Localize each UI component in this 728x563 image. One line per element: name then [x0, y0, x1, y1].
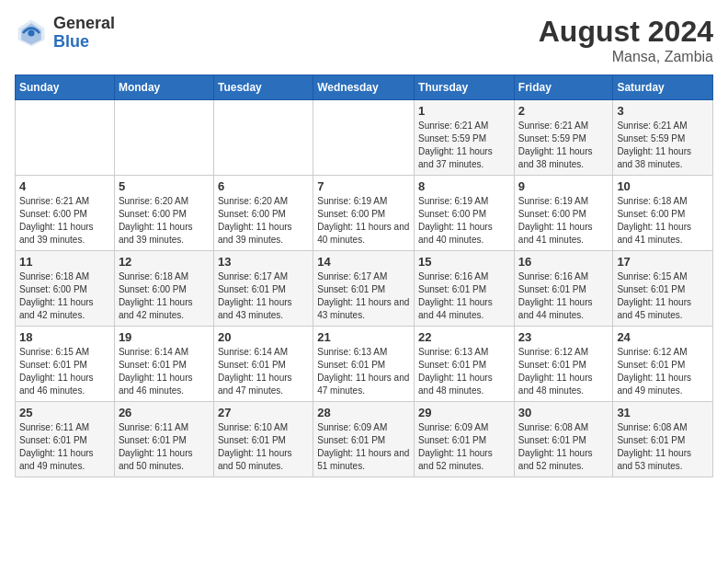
location-label: Mansa, Zambia	[539, 49, 713, 65]
day-number: 12	[119, 255, 210, 269]
calendar-body: 1Sunrise: 6:21 AM Sunset: 5:59 PM Daylig…	[16, 100, 713, 477]
day-info: Sunrise: 6:21 AM Sunset: 5:59 PM Dayligh…	[617, 120, 709, 171]
day-number: 18	[19, 330, 110, 344]
day-number: 3	[617, 104, 709, 118]
day-number: 16	[518, 255, 609, 269]
header-day-friday: Friday	[514, 75, 613, 100]
day-info: Sunrise: 6:14 AM Sunset: 6:01 PM Dayligh…	[218, 346, 309, 397]
header-day-monday: Monday	[114, 75, 213, 100]
calendar-cell: 24Sunrise: 6:12 AM Sunset: 6:01 PM Dayli…	[613, 327, 713, 402]
day-number: 23	[518, 330, 609, 344]
calendar-cell	[114, 100, 213, 176]
calendar-cell: 1Sunrise: 6:21 AM Sunset: 5:59 PM Daylig…	[415, 100, 515, 176]
day-info: Sunrise: 6:16 AM Sunset: 6:01 PM Dayligh…	[418, 270, 510, 322]
day-info: Sunrise: 6:08 AM Sunset: 6:01 PM Dayligh…	[617, 421, 709, 473]
day-number: 15	[418, 255, 510, 269]
month-year-title: August 2024	[539, 15, 713, 49]
calendar-cell: 18Sunrise: 6:15 AM Sunset: 6:01 PM Dayli…	[16, 327, 115, 402]
calendar-cell: 8Sunrise: 6:19 AM Sunset: 6:00 PM Daylig…	[415, 176, 515, 251]
day-number: 2	[518, 104, 609, 118]
calendar-cell: 29Sunrise: 6:09 AM Sunset: 6:01 PM Dayli…	[415, 402, 515, 477]
calendar-cell: 23Sunrise: 6:12 AM Sunset: 6:01 PM Dayli…	[514, 327, 613, 402]
day-info: Sunrise: 6:09 AM Sunset: 6:01 PM Dayligh…	[418, 421, 510, 473]
day-number: 22	[418, 330, 510, 344]
calendar-cell: 12Sunrise: 6:18 AM Sunset: 6:00 PM Dayli…	[114, 251, 213, 327]
day-info: Sunrise: 6:19 AM Sunset: 6:00 PM Dayligh…	[317, 195, 410, 247]
calendar-header: SundayMondayTuesdayWednesdayThursdayFrid…	[16, 75, 713, 100]
day-number: 20	[218, 330, 309, 344]
day-info: Sunrise: 6:12 AM Sunset: 6:01 PM Dayligh…	[617, 346, 709, 397]
day-info: Sunrise: 6:21 AM Sunset: 6:00 PM Dayligh…	[19, 195, 110, 247]
week-row-4: 18Sunrise: 6:15 AM Sunset: 6:01 PM Dayli…	[16, 327, 713, 402]
calendar-cell: 20Sunrise: 6:14 AM Sunset: 6:01 PM Dayli…	[213, 327, 313, 402]
day-number: 31	[617, 406, 709, 419]
day-info: Sunrise: 6:15 AM Sunset: 6:01 PM Dayligh…	[617, 270, 709, 322]
calendar-cell: 19Sunrise: 6:14 AM Sunset: 6:01 PM Dayli…	[114, 327, 213, 402]
week-row-5: 25Sunrise: 6:11 AM Sunset: 6:01 PM Dayli…	[16, 402, 713, 477]
day-info: Sunrise: 6:10 AM Sunset: 6:01 PM Dayligh…	[218, 421, 309, 473]
day-number: 1	[418, 104, 510, 118]
day-info: Sunrise: 6:08 AM Sunset: 6:01 PM Dayligh…	[518, 421, 609, 473]
calendar-cell: 6Sunrise: 6:20 AM Sunset: 6:00 PM Daylig…	[213, 176, 313, 251]
day-info: Sunrise: 6:18 AM Sunset: 6:00 PM Dayligh…	[119, 270, 210, 322]
week-row-2: 4Sunrise: 6:21 AM Sunset: 6:00 PM Daylig…	[16, 176, 713, 251]
day-info: Sunrise: 6:19 AM Sunset: 6:00 PM Dayligh…	[418, 195, 510, 247]
day-number: 28	[317, 406, 410, 419]
day-info: Sunrise: 6:15 AM Sunset: 6:01 PM Dayligh…	[19, 346, 110, 397]
day-info: Sunrise: 6:19 AM Sunset: 6:00 PM Dayligh…	[518, 195, 609, 247]
day-info: Sunrise: 6:20 AM Sunset: 6:00 PM Dayligh…	[218, 195, 309, 247]
day-number: 4	[19, 179, 110, 193]
day-number: 30	[518, 406, 609, 419]
logo-general: General	[53, 15, 115, 33]
day-number: 10	[617, 179, 709, 193]
calendar-cell: 2Sunrise: 6:21 AM Sunset: 5:59 PM Daylig…	[514, 100, 613, 176]
day-number: 19	[119, 330, 210, 344]
day-number: 17	[617, 255, 709, 269]
calendar-table: SundayMondayTuesdayWednesdayThursdayFrid…	[15, 75, 713, 477]
calendar-cell	[313, 100, 415, 176]
calendar-cell: 22Sunrise: 6:13 AM Sunset: 6:01 PM Dayli…	[415, 327, 515, 402]
calendar-cell: 13Sunrise: 6:17 AM Sunset: 6:01 PM Dayli…	[213, 251, 313, 327]
page-header: General Blue August 2024 Mansa, Zambia	[15, 15, 713, 65]
day-info: Sunrise: 6:16 AM Sunset: 6:01 PM Dayligh…	[518, 270, 609, 322]
header-day-saturday: Saturday	[613, 75, 713, 100]
header-day-sunday: Sunday	[16, 75, 115, 100]
calendar-cell: 3Sunrise: 6:21 AM Sunset: 5:59 PM Daylig…	[613, 100, 713, 176]
calendar-cell	[16, 100, 115, 176]
day-info: Sunrise: 6:11 AM Sunset: 6:01 PM Dayligh…	[119, 421, 210, 473]
day-number: 11	[19, 255, 110, 269]
logo-blue: Blue	[53, 33, 115, 52]
calendar-cell: 10Sunrise: 6:18 AM Sunset: 6:00 PM Dayli…	[613, 176, 713, 251]
day-info: Sunrise: 6:17 AM Sunset: 6:01 PM Dayligh…	[218, 270, 309, 322]
day-info: Sunrise: 6:21 AM Sunset: 5:59 PM Dayligh…	[418, 120, 510, 171]
calendar-cell: 7Sunrise: 6:19 AM Sunset: 6:00 PM Daylig…	[313, 176, 415, 251]
day-number: 8	[418, 179, 510, 193]
header-day-tuesday: Tuesday	[213, 75, 313, 100]
day-info: Sunrise: 6:12 AM Sunset: 6:01 PM Dayligh…	[518, 346, 609, 397]
calendar-cell: 9Sunrise: 6:19 AM Sunset: 6:00 PM Daylig…	[514, 176, 613, 251]
day-info: Sunrise: 6:18 AM Sunset: 6:00 PM Dayligh…	[19, 270, 110, 322]
day-number: 27	[218, 406, 309, 419]
calendar-cell: 21Sunrise: 6:13 AM Sunset: 6:01 PM Dayli…	[313, 327, 415, 402]
week-row-1: 1Sunrise: 6:21 AM Sunset: 5:59 PM Daylig…	[16, 100, 713, 176]
day-number: 13	[218, 255, 309, 269]
day-info: Sunrise: 6:14 AM Sunset: 6:01 PM Dayligh…	[119, 346, 210, 397]
calendar-cell: 11Sunrise: 6:18 AM Sunset: 6:00 PM Dayli…	[16, 251, 115, 327]
day-info: Sunrise: 6:17 AM Sunset: 6:01 PM Dayligh…	[317, 270, 410, 322]
logo-icon	[15, 17, 48, 50]
day-number: 24	[617, 330, 709, 344]
calendar-cell: 5Sunrise: 6:20 AM Sunset: 6:00 PM Daylig…	[114, 176, 213, 251]
calendar-cell: 26Sunrise: 6:11 AM Sunset: 6:01 PM Dayli…	[114, 402, 213, 477]
header-day-wednesday: Wednesday	[313, 75, 415, 100]
logo-text: General Blue	[53, 15, 115, 52]
calendar-cell: 17Sunrise: 6:15 AM Sunset: 6:01 PM Dayli…	[613, 251, 713, 327]
day-info: Sunrise: 6:20 AM Sunset: 6:00 PM Dayligh…	[119, 195, 210, 247]
day-info: Sunrise: 6:21 AM Sunset: 5:59 PM Dayligh…	[518, 120, 609, 171]
calendar-cell: 15Sunrise: 6:16 AM Sunset: 6:01 PM Dayli…	[415, 251, 515, 327]
calendar-cell: 16Sunrise: 6:16 AM Sunset: 6:01 PM Dayli…	[514, 251, 613, 327]
calendar-cell: 31Sunrise: 6:08 AM Sunset: 6:01 PM Dayli…	[613, 402, 713, 477]
day-number: 21	[317, 330, 410, 344]
header-row: SundayMondayTuesdayWednesdayThursdayFrid…	[16, 75, 713, 100]
day-number: 5	[119, 179, 210, 193]
day-number: 25	[19, 406, 110, 419]
